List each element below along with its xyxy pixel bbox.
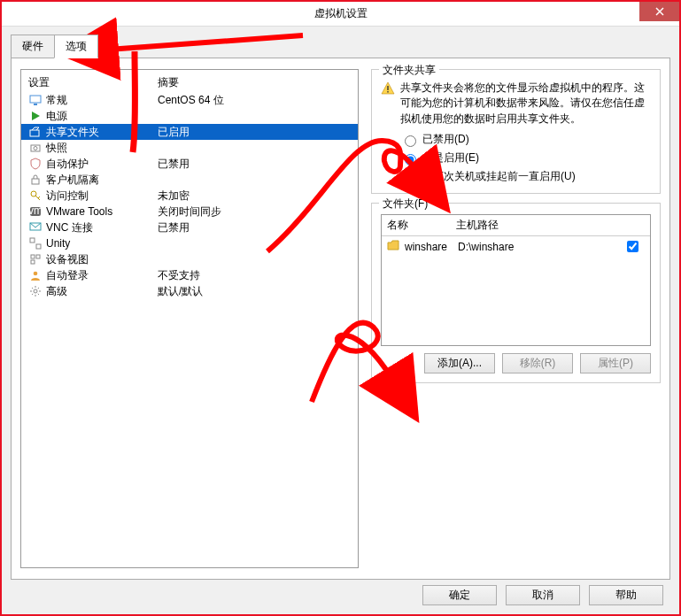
properties-button[interactable]: 属性(P): [580, 353, 651, 373]
list-row-unity[interactable]: Unity: [21, 235, 358, 251]
svg-rect-0: [30, 96, 41, 103]
folder-name: winshare: [405, 241, 458, 253]
radio-disabled-label: 已禁用(D): [422, 132, 469, 147]
list-row-snapshot[interactable]: 快照: [21, 140, 358, 156]
svg-point-16: [34, 289, 37, 293]
row-name: 自动保护: [46, 157, 158, 172]
close-icon: [655, 7, 664, 16]
list-row-share[interactable]: 共享文件夹已启用: [21, 124, 358, 140]
svg-rect-1: [34, 104, 37, 105]
options-panel: 设置 摘要 常规CentOS 64 位电源共享文件夹已启用快照自动保护已禁用客户…: [11, 58, 670, 580]
row-name: 共享文件夹: [46, 125, 158, 140]
cancel-button[interactable]: 取消: [506, 585, 580, 605]
radio-group: 已禁用(D) 总是启用(E) 在下次关机或挂起前一直启用(U): [400, 132, 651, 184]
svg-rect-13: [36, 255, 40, 258]
tab-strip: 硬件 选项: [11, 35, 670, 58]
svg-rect-14: [31, 260, 35, 264]
warning-icon: [381, 81, 395, 127]
vm-settings-window: 虚拟机设置 硬件 选项 设置 摘要 常规CentOS 64 位电源共享文件夹已启…: [0, 0, 681, 616]
row-name: 客户机隔离: [46, 173, 158, 188]
detail-pane: 文件夹共享 共享文件夹会将您的文件显示给虚拟机中的程序。这可能为您的计算机和数据…: [371, 69, 661, 568]
row-name: 自动登录: [46, 268, 158, 283]
help-button[interactable]: 帮助: [589, 585, 663, 605]
list-row-gear[interactable]: 高级默认/默认: [21, 283, 358, 299]
row-summary: 未加密: [158, 189, 351, 204]
key-icon: [28, 189, 43, 202]
svg-rect-10: [30, 238, 35, 243]
list-row-device[interactable]: 设备视图: [21, 251, 358, 267]
add-button[interactable]: 添加(A)...: [424, 353, 495, 373]
radio-disabled[interactable]: 已禁用(D): [400, 132, 651, 147]
folders-col-path: 主机路径: [456, 218, 623, 233]
svg-rect-2: [30, 130, 39, 136]
folder-enabled[interactable]: [623, 238, 645, 255]
list-row-user[interactable]: 自动登录不受支持: [21, 267, 358, 283]
close-button[interactable]: [639, 2, 679, 21]
svg-rect-12: [31, 255, 35, 258]
tab-hardware[interactable]: 硬件: [11, 35, 55, 58]
snapshot-icon: [28, 142, 43, 154]
folder-row[interactable]: winshareD:\winshare: [382, 236, 650, 257]
dialog-buttons: 确定 取消 帮助: [422, 585, 663, 605]
folders-group-title: 文件夹(F): [379, 196, 431, 212]
radio-until-input[interactable]: [405, 173, 416, 184]
folder-checkbox[interactable]: [627, 241, 638, 252]
row-summary: 已禁用: [158, 157, 351, 172]
col-setting-header: 设置: [28, 75, 158, 90]
row-summary: 已启用: [158, 125, 351, 140]
ok-button[interactable]: 确定: [422, 585, 497, 605]
folder-icon: [387, 239, 401, 254]
svg-rect-11: [36, 244, 41, 249]
radio-disabled-input[interactable]: [405, 135, 416, 147]
share-group-title: 文件夹共享: [379, 63, 439, 78]
list-row-vm[interactable]: vmVMware Tools关闭时间同步: [21, 204, 358, 219]
list-row-play[interactable]: 电源: [21, 108, 358, 124]
svg-rect-18: [387, 91, 388, 93]
row-name: 高级: [46, 284, 158, 299]
share-group: 文件夹共享 共享文件夹会将您的文件显示给虚拟机中的程序。这可能为您的计算机和数据…: [371, 69, 661, 194]
svg-point-15: [34, 272, 38, 276]
row-name: 快照: [46, 141, 158, 156]
row-name: VNC 连接: [46, 220, 158, 235]
row-name: 电源: [46, 109, 158, 124]
titlebar: 虚拟机设置: [2, 2, 679, 27]
radio-always-input[interactable]: [405, 154, 416, 166]
radio-until[interactable]: 在下次关机或挂起前一直启用(U): [400, 169, 651, 184]
list-row-lock[interactable]: 客户机隔离: [21, 172, 358, 188]
user-icon: [28, 269, 43, 281]
lock-icon: [28, 173, 43, 186]
unity-icon: [28, 237, 43, 250]
remove-button[interactable]: 移除(R): [502, 353, 573, 373]
folders-buttons: 添加(A)... 移除(R) 属性(P): [381, 353, 651, 373]
list-row-monitor[interactable]: 常规CentOS 64 位: [21, 92, 358, 108]
tab-options[interactable]: 选项: [54, 35, 98, 58]
row-summary: 已禁用: [158, 220, 351, 235]
list-row-key[interactable]: 访问控制未加密: [21, 188, 358, 204]
radio-always-label: 总是启用(E): [422, 150, 479, 166]
shield-icon: [28, 158, 43, 170]
row-name: VMware Tools: [46, 205, 158, 218]
row-name: 常规: [46, 93, 158, 108]
list-header: 设置 摘要: [21, 70, 358, 92]
warning-text: 共享文件夹会将您的文件显示给虚拟机中的程序。这可能为您的计算机和数据带来风险。请…: [400, 81, 651, 127]
client-area: 硬件 选项 设置 摘要 常规CentOS 64 位电源共享文件夹已启用快照自动保…: [2, 27, 679, 614]
row-name: 设备视图: [46, 252, 158, 267]
row-summary: 不受支持: [158, 268, 351, 283]
list-row-vnc[interactable]: VNC 连接已禁用: [21, 219, 358, 235]
list-row-shield[interactable]: 自动保护已禁用: [21, 156, 358, 172]
row-name: Unity: [46, 237, 158, 250]
svg-text:vm: vm: [29, 205, 42, 217]
share-icon: [28, 126, 43, 138]
folders-list-header: 名称 主机路径: [382, 215, 650, 236]
window-title: 虚拟机设置: [314, 6, 368, 21]
folders-list: 名称 主机路径 winshareD:\winshare: [381, 214, 651, 346]
row-summary: CentOS 64 位: [158, 93, 351, 108]
row-summary: 默认/默认: [158, 284, 351, 299]
svg-point-4: [34, 147, 37, 150]
folders-body: winshareD:\winshare: [382, 236, 650, 257]
warning-row: 共享文件夹会将您的文件显示给虚拟机中的程序。这可能为您的计算机和数据带来风险。请…: [381, 81, 651, 127]
radio-always[interactable]: 总是启用(E): [400, 150, 651, 166]
vm-icon: vm: [28, 205, 43, 218]
svg-rect-5: [32, 179, 39, 184]
col-summary-header: 摘要: [158, 75, 351, 90]
